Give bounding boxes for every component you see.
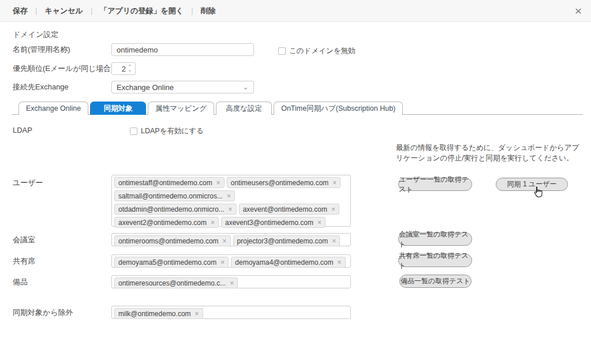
open-app-registration-button[interactable]: 「アプリの登録」を開く — [100, 6, 184, 16]
fetch-users-test-button[interactable]: ユーザー一覧の取得テスト — [398, 178, 472, 191]
tag: ontimerooms@ontimedemo.com× — [114, 235, 231, 246]
ldap-checkbox-label: LDAPを有効にする — [141, 126, 204, 136]
tag-remove-icon[interactable]: × — [332, 179, 336, 187]
tag-label: ontimestaff@ontimedemo.com — [118, 179, 212, 187]
cancel-button[interactable]: キャンセル — [44, 6, 83, 16]
tag-remove-icon[interactable]: × — [216, 179, 220, 187]
tag-label: axevent2@ontimedemo.com — [118, 219, 207, 227]
fetch-seats-test-button[interactable]: 共有席一覧の取得テスト — [398, 254, 472, 267]
disable-domain-checkbox-group: このドメインを無効 — [278, 46, 356, 56]
delete-button[interactable]: 削除 — [201, 6, 216, 16]
ldap-label: LDAP — [13, 124, 32, 137]
tag-remove-icon[interactable]: × — [230, 279, 234, 287]
seats-label: 共有席 — [13, 255, 35, 268]
tag: ontimestaff@ontimedemo.com× — [114, 177, 225, 188]
chevron-down-icon: ⌄ — [242, 84, 249, 90]
tab-subscription-hub[interactable]: OnTime同期ハブ(Subscription Hub) — [274, 102, 403, 115]
ldap-checkbox[interactable] — [130, 127, 137, 135]
sync-notice: 最新の情報を取得するために、ダッシュボードからアプ リケーションの停止/実行と同… — [396, 142, 590, 163]
tag-remove-icon[interactable]: × — [338, 258, 342, 267]
name-label: 名前(管理用名称) — [13, 43, 70, 56]
priority-stepper[interactable]: ⌃⌄ — [126, 66, 134, 72]
tab-advanced-settings[interactable]: 高度な設定 — [216, 102, 272, 115]
fetch-rooms-test-button[interactable]: 会議室一覧の取得テスト — [398, 232, 472, 246]
tag: axevent2@ontimedemo.com× — [114, 217, 219, 228]
priority-input[interactable] — [112, 65, 126, 73]
tag: demoyama4@ontimedemo.com× — [231, 257, 345, 268]
page-title: ドメイン設定 — [13, 29, 58, 40]
tag: ontimeusers@ontimedemo.com× — [227, 177, 341, 188]
tag-label: ontimerooms@ontimedemo.com — [118, 237, 219, 245]
tag-label: ontimeusers@ontimedemo.com — [231, 179, 329, 187]
toolbar-separator: | — [91, 6, 92, 15]
tag-remove-icon[interactable]: × — [229, 205, 233, 213]
ldap-checkbox-group: LDAPを有効にする — [130, 126, 204, 136]
tag-remove-icon[interactable]: × — [211, 219, 215, 227]
exclude-label: 同期対象から除外 — [13, 306, 73, 319]
tag-remove-icon[interactable]: × — [332, 237, 336, 245]
tag-remove-icon[interactable]: × — [331, 205, 335, 213]
mouse-pointer-cursor — [532, 185, 544, 199]
sync-notice-line2: リケーションの停止/実行と同期を実行してください。 — [396, 153, 590, 163]
tab-bar: Exchange Online同期対象属性マッピング高度な設定OnTime同期ハ… — [18, 102, 405, 115]
resources-label: 備品 — [13, 276, 28, 288]
tag-remove-icon[interactable]: × — [317, 219, 321, 227]
tag: axevent@ontimedemo.com× — [239, 204, 339, 215]
rooms-label: 会議室 — [13, 234, 35, 246]
seats-tag-input[interactable]: demoyama5@ontimedemo.com×demoyama4@ontim… — [111, 254, 351, 268]
tag-remove-icon[interactable]: × — [227, 192, 231, 200]
tag-label: ontimeresources@ontimedemo.c... — [118, 279, 226, 287]
users-tag-input[interactable]: ontimestaff@ontimedemo.com×ontimeusers@o… — [111, 175, 351, 227]
tab-attribute-mapping[interactable]: 属性マッピング — [148, 102, 214, 115]
domain-settings-dialog: 保存 | キャンセル | 「アプリの登録」を開く | 削除 × ドメイン設定 名… — [0, 0, 591, 364]
priority-label: 優先順位(Eメールが同じ場合) — [13, 62, 114, 75]
stepper-down-icon[interactable]: ⌄ — [128, 69, 132, 72]
toolbar-separator: | — [35, 6, 37, 15]
disable-domain-checkbox[interactable] — [278, 47, 286, 55]
rooms-tag-input[interactable]: ontimerooms@ontimedemo.com×projector3@on… — [111, 233, 351, 246]
sync-notice-line1: 最新の情報を取得するために、ダッシュボードからアプ — [396, 142, 590, 153]
resources-tag-input[interactable]: ontimeresources@ontimedemo.c...× — [111, 275, 351, 288]
save-button[interactable]: 保存 — [13, 6, 28, 16]
tag-remove-icon[interactable]: × — [223, 237, 227, 245]
exchange-select[interactable]: Exchange Online ⌄ — [111, 81, 254, 93]
tag-label: axevent@ontimedemo.com — [243, 205, 327, 213]
toolbar: 保存 | キャンセル | 「アプリの登録」を開く | 削除 — [0, 0, 591, 22]
tag: milk@ontimedemo.com× — [114, 308, 203, 319]
priority-field: ⌃⌄ — [111, 62, 136, 75]
tag-label: demoyama4@ontimedemo.com — [235, 258, 333, 267]
tab-exchange-online[interactable]: Exchange Online — [18, 102, 88, 115]
exchange-select-value: Exchange Online — [117, 83, 174, 92]
tag-remove-icon[interactable]: × — [220, 258, 225, 267]
tab-sync-target[interactable]: 同期対象 — [90, 102, 146, 115]
tag-label: axevent3@ontimedemo.com — [225, 219, 313, 227]
disable-domain-label: このドメインを無効 — [289, 46, 356, 56]
tag: saltmail@ontimedemo.onmicros...× — [114, 190, 235, 201]
tag: ontimeresources@ontimedemo.c...× — [114, 277, 238, 288]
tag-label: saltmail@ontimedemo.onmicros... — [118, 192, 223, 200]
tag: otdadmin@ontimedemo.onmicro...× — [114, 204, 237, 215]
close-icon[interactable]: × — [575, 3, 582, 18]
tag-label: otdadmin@ontimedemo.onmicro... — [118, 205, 225, 213]
exclude-tag-input[interactable]: milk@ontimedemo.com× — [111, 306, 351, 319]
tag-remove-icon[interactable]: × — [195, 310, 199, 318]
tag-label: demoyama5@ontimedemo.com — [118, 258, 216, 267]
tag: projector3@ontimedemo.com× — [233, 235, 341, 246]
toolbar-separator: | — [191, 6, 193, 15]
tag-label: milk@ontimedemo.com — [118, 310, 191, 318]
users-label: ユーザー — [13, 177, 43, 189]
tag: demoyama5@ontimedemo.com× — [114, 257, 229, 268]
exchange-label: 接続先Exchange — [13, 81, 69, 93]
fetch-resources-test-button[interactable]: 備品一覧の取得テスト — [399, 275, 472, 288]
tag: axevent3@ontimedemo.com× — [221, 217, 326, 228]
name-input[interactable] — [111, 43, 254, 56]
tag-label: projector3@ontimedemo.com — [237, 237, 328, 245]
